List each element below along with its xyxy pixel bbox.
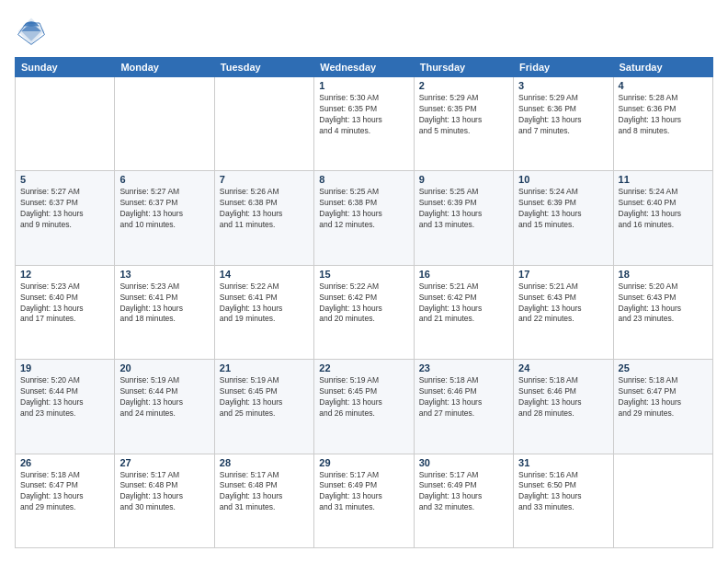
calendar-cell: 21Sunrise: 5:19 AM Sunset: 6:45 PM Dayli… [214, 360, 313, 454]
day-info: Sunrise: 5:26 AM Sunset: 6:38 PM Dayligh… [220, 187, 309, 231]
calendar-cell: 4Sunrise: 5:28 AM Sunset: 6:36 PM Daylig… [613, 77, 712, 171]
weekday-header-friday: Friday [514, 58, 613, 77]
calendar-week-3: 12Sunrise: 5:23 AM Sunset: 6:40 PM Dayli… [16, 265, 713, 359]
day-number: 9 [419, 174, 508, 185]
calendar-cell: 2Sunrise: 5:29 AM Sunset: 6:35 PM Daylig… [414, 77, 513, 171]
day-info: Sunrise: 5:17 AM Sunset: 6:49 PM Dayligh… [419, 470, 508, 514]
day-number: 10 [518, 174, 608, 185]
day-info: Sunrise: 5:21 AM Sunset: 6:43 PM Dayligh… [518, 282, 608, 326]
day-info: Sunrise: 5:19 AM Sunset: 6:45 PM Dayligh… [220, 375, 309, 419]
weekday-header-wednesday: Wednesday [314, 58, 414, 77]
header [15, 15, 713, 48]
day-info: Sunrise: 5:18 AM Sunset: 6:47 PM Dayligh… [20, 470, 109, 514]
calendar-cell: 18Sunrise: 5:20 AM Sunset: 6:43 PM Dayli… [613, 265, 712, 359]
day-info: Sunrise: 5:20 AM Sunset: 6:43 PM Dayligh… [619, 282, 708, 326]
day-info: Sunrise: 5:19 AM Sunset: 6:44 PM Dayligh… [119, 375, 209, 419]
day-info: Sunrise: 5:29 AM Sunset: 6:36 PM Dayligh… [518, 93, 608, 137]
day-info: Sunrise: 5:18 AM Sunset: 6:46 PM Dayligh… [518, 375, 608, 419]
day-number: 28 [220, 457, 309, 468]
calendar-week-1: 1Sunrise: 5:30 AM Sunset: 6:35 PM Daylig… [16, 77, 713, 171]
day-info: Sunrise: 5:16 AM Sunset: 6:50 PM Dayligh… [518, 470, 608, 514]
calendar-cell: 8Sunrise: 5:25 AM Sunset: 6:38 PM Daylig… [314, 171, 414, 265]
day-number: 13 [119, 269, 209, 280]
day-number: 2 [419, 80, 508, 91]
day-number: 4 [619, 80, 708, 91]
day-number: 3 [518, 80, 608, 91]
day-info: Sunrise: 5:23 AM Sunset: 6:41 PM Dayligh… [119, 282, 209, 326]
day-number: 17 [518, 269, 608, 280]
calendar-cell: 29Sunrise: 5:17 AM Sunset: 6:49 PM Dayli… [314, 454, 414, 547]
day-number: 14 [220, 269, 309, 280]
day-info: Sunrise: 5:25 AM Sunset: 6:38 PM Dayligh… [319, 187, 408, 231]
day-number: 31 [518, 457, 608, 468]
day-info: Sunrise: 5:27 AM Sunset: 6:37 PM Dayligh… [20, 187, 109, 231]
day-info: Sunrise: 5:23 AM Sunset: 6:40 PM Dayligh… [20, 282, 109, 326]
calendar-cell: 20Sunrise: 5:19 AM Sunset: 6:44 PM Dayli… [115, 360, 214, 454]
calendar-week-4: 19Sunrise: 5:20 AM Sunset: 6:44 PM Dayli… [16, 360, 713, 454]
calendar-week-2: 5Sunrise: 5:27 AM Sunset: 6:37 PM Daylig… [16, 171, 713, 265]
day-number: 27 [119, 457, 209, 468]
calendar-cell [214, 77, 313, 171]
day-number: 7 [220, 174, 309, 185]
calendar-cell: 13Sunrise: 5:23 AM Sunset: 6:41 PM Dayli… [115, 265, 214, 359]
logo [15, 15, 51, 48]
day-number: 26 [20, 457, 109, 468]
day-number: 12 [20, 269, 109, 280]
day-number: 18 [619, 269, 708, 280]
weekday-header-sunday: Sunday [16, 58, 115, 77]
weekday-header-saturday: Saturday [613, 58, 712, 77]
day-info: Sunrise: 5:24 AM Sunset: 6:39 PM Dayligh… [518, 187, 608, 231]
day-info: Sunrise: 5:20 AM Sunset: 6:44 PM Dayligh… [20, 375, 109, 419]
calendar-cell: 24Sunrise: 5:18 AM Sunset: 6:46 PM Dayli… [514, 360, 613, 454]
day-info: Sunrise: 5:27 AM Sunset: 6:37 PM Dayligh… [119, 187, 209, 231]
calendar-cell: 5Sunrise: 5:27 AM Sunset: 6:37 PM Daylig… [16, 171, 115, 265]
day-number: 16 [419, 269, 508, 280]
calendar-cell: 26Sunrise: 5:18 AM Sunset: 6:47 PM Dayli… [16, 454, 115, 547]
calendar-cell: 25Sunrise: 5:18 AM Sunset: 6:47 PM Dayli… [613, 360, 712, 454]
calendar-cell: 30Sunrise: 5:17 AM Sunset: 6:49 PM Dayli… [414, 454, 513, 547]
day-info: Sunrise: 5:17 AM Sunset: 6:48 PM Dayligh… [220, 470, 309, 514]
calendar-cell: 16Sunrise: 5:21 AM Sunset: 6:42 PM Dayli… [414, 265, 513, 359]
calendar-cell: 31Sunrise: 5:16 AM Sunset: 6:50 PM Dayli… [514, 454, 613, 547]
day-number: 11 [619, 174, 708, 185]
day-info: Sunrise: 5:17 AM Sunset: 6:49 PM Dayligh… [319, 470, 408, 514]
calendar-cell: 22Sunrise: 5:19 AM Sunset: 6:45 PM Dayli… [314, 360, 414, 454]
calendar-cell: 28Sunrise: 5:17 AM Sunset: 6:48 PM Dayli… [214, 454, 313, 547]
day-number: 24 [518, 362, 608, 373]
day-info: Sunrise: 5:30 AM Sunset: 6:35 PM Dayligh… [319, 93, 408, 137]
calendar-cell: 17Sunrise: 5:21 AM Sunset: 6:43 PM Dayli… [514, 265, 613, 359]
calendar-cell [16, 77, 115, 171]
calendar-cell: 12Sunrise: 5:23 AM Sunset: 6:40 PM Dayli… [16, 265, 115, 359]
day-info: Sunrise: 5:19 AM Sunset: 6:45 PM Dayligh… [319, 375, 408, 419]
day-number: 15 [319, 269, 408, 280]
day-number: 6 [119, 174, 209, 185]
calendar-cell [115, 77, 214, 171]
day-number: 20 [119, 362, 209, 373]
day-info: Sunrise: 5:25 AM Sunset: 6:39 PM Dayligh… [419, 187, 508, 231]
calendar-cell: 1Sunrise: 5:30 AM Sunset: 6:35 PM Daylig… [314, 77, 414, 171]
calendar-cell: 19Sunrise: 5:20 AM Sunset: 6:44 PM Dayli… [16, 360, 115, 454]
calendar-cell: 15Sunrise: 5:22 AM Sunset: 6:42 PM Dayli… [314, 265, 414, 359]
calendar-cell: 3Sunrise: 5:29 AM Sunset: 6:36 PM Daylig… [514, 77, 613, 171]
day-info: Sunrise: 5:22 AM Sunset: 6:42 PM Dayligh… [319, 282, 408, 326]
day-info: Sunrise: 5:17 AM Sunset: 6:48 PM Dayligh… [119, 470, 209, 514]
calendar-cell: 11Sunrise: 5:24 AM Sunset: 6:40 PM Dayli… [613, 171, 712, 265]
calendar-cell: 6Sunrise: 5:27 AM Sunset: 6:37 PM Daylig… [115, 171, 214, 265]
calendar-cell: 14Sunrise: 5:22 AM Sunset: 6:41 PM Dayli… [214, 265, 313, 359]
weekday-row: SundayMondayTuesdayWednesdayThursdayFrid… [16, 58, 713, 77]
weekday-header-thursday: Thursday [414, 58, 513, 77]
calendar-table: SundayMondayTuesdayWednesdayThursdayFrid… [15, 57, 713, 548]
day-info: Sunrise: 5:18 AM Sunset: 6:46 PM Dayligh… [419, 375, 508, 419]
calendar-cell [613, 454, 712, 547]
logo-icon [15, 15, 48, 48]
day-number: 5 [20, 174, 109, 185]
calendar-cell: 9Sunrise: 5:25 AM Sunset: 6:39 PM Daylig… [414, 171, 513, 265]
day-number: 29 [319, 457, 408, 468]
day-number: 23 [419, 362, 508, 373]
day-info: Sunrise: 5:24 AM Sunset: 6:40 PM Dayligh… [619, 187, 708, 231]
day-info: Sunrise: 5:22 AM Sunset: 6:41 PM Dayligh… [220, 282, 309, 326]
calendar-cell: 23Sunrise: 5:18 AM Sunset: 6:46 PM Dayli… [414, 360, 513, 454]
weekday-header-tuesday: Tuesday [214, 58, 313, 77]
day-info: Sunrise: 5:18 AM Sunset: 6:47 PM Dayligh… [619, 375, 708, 419]
day-number: 19 [20, 362, 109, 373]
